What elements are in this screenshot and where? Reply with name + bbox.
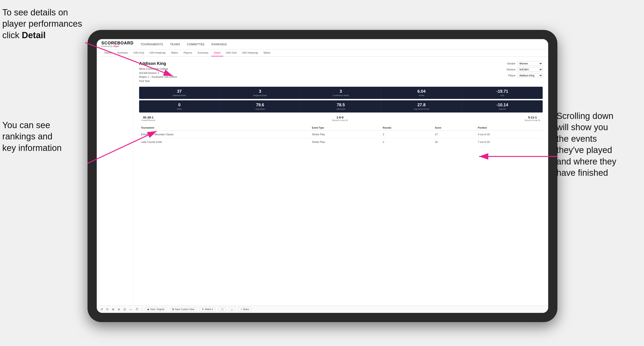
minus-icon[interactable]: —	[129, 308, 132, 311]
watch-icon: 👁	[202, 308, 204, 311]
view-label: View: Original	[150, 308, 164, 311]
stat-points-value: 6.04	[383, 89, 460, 94]
save-icon: 🖫	[172, 308, 174, 311]
watch-button[interactable]: 👁 Watch ▾	[200, 307, 215, 312]
row1-position: 4 out of 20	[476, 131, 543, 138]
stat-adj-score-label: Adj Score	[302, 108, 379, 110]
stat-points: 6.04 Points	[381, 87, 462, 99]
col-event-type: Event Type	[310, 125, 381, 131]
share-button[interactable]: ↗ Share	[238, 307, 251, 312]
table-row: Estella CC- Mountain Classic Stroke Play…	[139, 131, 543, 138]
gender-select[interactable]: Women Men	[517, 61, 543, 66]
row2-score: 16	[433, 138, 476, 146]
gender-control: Gender Women Men	[503, 61, 543, 66]
tab-h2h-grid[interactable]: H2H Grid	[130, 49, 147, 56]
player-college: Mesa Community College	[139, 67, 177, 71]
content-area: Addison King Mesa Community College NJCA…	[134, 57, 548, 306]
division-label: Division	[503, 68, 516, 71]
nav-rankings[interactable]: RANKINGS	[212, 43, 227, 46]
grid-button[interactable]: ⚏	[229, 307, 235, 312]
tab-h2h-heatmap[interactable]: H2H Heatmap	[147, 49, 168, 56]
player-control: Player Addison King	[503, 73, 543, 78]
record-top50-value: 5-11-1	[525, 116, 540, 119]
stat-avg-score: 79.6 Avg Score	[220, 100, 300, 113]
stat-avg-score-value: 79.6	[222, 103, 298, 107]
fit-icon[interactable]: ⊡	[124, 308, 126, 311]
tab-h2h-heatmap2[interactable]: H2H Heatmap	[239, 49, 261, 56]
stat-sos: -19.71 SoS	[462, 87, 543, 99]
stat-avg-score-par-label: Avg Score to Par	[383, 108, 460, 110]
records-row: 91-20-1 Overall Record 1-5-0 Record vs t…	[139, 116, 543, 122]
stat-adj-score: 78.5 Adj Score	[300, 100, 381, 113]
record-top50: 5-11-1 Record vs top 50	[525, 116, 540, 122]
row1-tournament: Estella CC- Mountain Classic	[139, 131, 294, 138]
zoom-out-icon[interactable]: ⊖	[118, 308, 120, 311]
table-row: Lady Coyote Invite Stroke Play 2 16 7 ou…	[139, 138, 543, 146]
tab-summary2[interactable]: Summary	[195, 49, 211, 56]
col-tournament: Tournament	[139, 125, 294, 131]
stats-row-2: 0 Wins 79.6 Avg Score 78.5 Adj Score 27.…	[139, 100, 543, 113]
view-icon: ◉	[147, 308, 149, 311]
record-top25-value: 1-5-0	[332, 116, 348, 119]
tab-summary[interactable]: Summary	[114, 49, 130, 56]
stats-row-1: 37 National Rank 3 Regional Rank 3 Confe…	[139, 87, 543, 99]
main-content: Addison King Mesa Community College NJCA…	[97, 57, 548, 306]
player-region: Region 1 - Southwest (18) District	[139, 75, 177, 79]
stat-points-label: Points	[383, 94, 460, 97]
row1-empty	[294, 131, 310, 138]
screen-button[interactable]: ⬜	[218, 307, 226, 312]
logo-powered: Powered by clippd	[101, 45, 134, 47]
col-score: Score	[433, 125, 476, 131]
save-custom-view-button[interactable]: 🖫 Save Custom View	[170, 307, 196, 312]
record-top25: 1-5-0 Record vs top 25	[332, 116, 348, 122]
player-year: First Year	[139, 79, 177, 83]
tab-h2h-grid2[interactable]: H2H Grid	[223, 49, 239, 56]
stat-regional-rank-value: 3	[222, 89, 298, 94]
sidebar	[97, 57, 134, 306]
tab-matrix2[interactable]: Matrix	[261, 49, 273, 56]
watch-label: Watch ▾	[205, 308, 213, 311]
nav-tournaments[interactable]: TOURNAMENTS	[140, 43, 163, 46]
tab-teams[interactable]: Teams	[101, 49, 114, 56]
col-position: Position	[476, 125, 543, 131]
timer-icon[interactable]: ⏱	[136, 308, 138, 311]
stat-avg-score-label: Avg Score	[222, 108, 298, 110]
view-original-button[interactable]: ◉ View: Original	[145, 307, 166, 312]
stat-national-rank-value: 37	[141, 89, 218, 94]
record-overall-value: 91-20-1	[142, 116, 155, 119]
record-overall-label: Overall Record	[142, 119, 155, 122]
stat-wins-value: 0	[141, 103, 218, 107]
stat-wins-label: Wins	[141, 108, 218, 110]
tab-detail[interactable]: Detail	[211, 49, 223, 56]
annotation-bottom-left: You can see rankings and key information	[2, 120, 88, 154]
zoom-in-icon[interactable]: ⊕	[112, 308, 114, 311]
stat-avg-sg-value: -10.14	[464, 103, 541, 107]
tab-players[interactable]: Players	[181, 49, 195, 56]
logo-scoreboard: SCOREBOARD	[101, 41, 134, 45]
stat-avg-sg-label: Avg SG	[464, 108, 541, 110]
stat-sos-label: SoS	[464, 94, 541, 97]
player-info: Addison King Mesa Community College NJCA…	[139, 61, 177, 83]
tournament-table: Tournament Event Type Rounds Score Posit…	[139, 125, 543, 146]
stat-conference-rank-label: Conference Rank	[302, 94, 379, 97]
share-label: Share	[243, 308, 249, 311]
division-select[interactable]: NJCAA I NJCAA II	[517, 67, 543, 72]
nav-committee[interactable]: COMMITTEE	[187, 43, 205, 46]
gender-label: Gender	[503, 62, 516, 65]
bottom-toolbar: ↺ ↻ ⊕ ⊖ ⊡ — ⏱ ◉ View: Original 🖫 Save Cu…	[97, 306, 548, 313]
stat-conference-rank-value: 3	[302, 89, 379, 94]
nav-teams[interactable]: TEAMS	[170, 43, 180, 46]
stat-regional-rank: 3 Regional Rank	[220, 87, 300, 99]
row2-empty	[294, 138, 310, 146]
logo-area: SCOREBOARD Powered by clippd	[101, 41, 134, 47]
row1-rounds: 2	[381, 131, 433, 138]
redo-icon[interactable]: ↻	[106, 308, 109, 311]
player-select[interactable]: Addison King	[517, 73, 543, 78]
share-icon: ↗	[240, 308, 242, 311]
undo-icon[interactable]: ↺	[100, 308, 103, 311]
top-nav-links: TOURNAMENTS TEAMS COMMITTEE RANKINGS	[140, 42, 227, 46]
stat-avg-sg: -10.14 Avg SG	[462, 100, 543, 113]
tab-matrix[interactable]: Matrix	[168, 49, 181, 56]
tablet-frame: SCOREBOARD Powered by clippd TOURNAMENTS…	[88, 30, 558, 322]
stat-regional-rank-label: Regional Rank	[222, 94, 298, 97]
